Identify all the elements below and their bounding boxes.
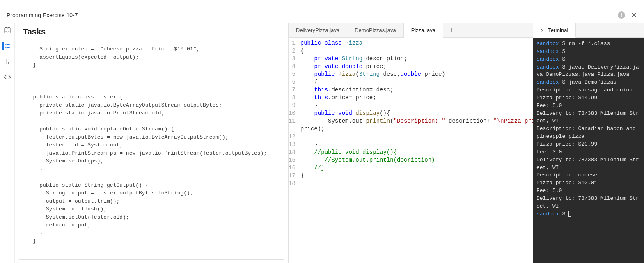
code-icon[interactable] (3, 73, 11, 81)
left-sidebar (0, 23, 15, 263)
book-icon[interactable] (3, 26, 11, 34)
main: Tasks String expected = "cheese pizza Pr… (0, 23, 644, 263)
code-content[interactable]: public class Pizza{ private String descr… (299, 38, 533, 263)
svg-point-3 (6, 44, 6, 45)
editor-panel: DeliveryPizza.javaDemoPizzas.javaPizza.j… (288, 23, 533, 263)
close-icon[interactable]: ✕ (630, 11, 637, 19)
tasks-heading: Tasks (15, 23, 288, 40)
tasks-panel: Tasks String expected = "cheese pizza Pr… (15, 23, 288, 263)
svg-point-4 (6, 46, 6, 46)
gutter: 123456789101112131415161718 (289, 38, 299, 263)
page-title: Programming Exercise 10-7 (7, 12, 78, 18)
editor-tab[interactable]: DeliveryPizza.java (289, 23, 347, 37)
chart-icon[interactable] (3, 57, 11, 66)
terminal-tab[interactable]: >_ Terminal (533, 23, 576, 38)
editor-add-tab[interactable]: + (443, 23, 460, 37)
terminal-tabs: >_ Terminal + (533, 23, 644, 38)
editor-tabs: DeliveryPizza.javaDemoPizzas.javaPizza.j… (289, 23, 533, 38)
code-area[interactable]: 123456789101112131415161718 public class… (289, 38, 533, 263)
terminal-body[interactable]: sandbox $ rm -f *.classsandbox $ sandbox… (533, 38, 644, 263)
info-icon[interactable]: i (618, 11, 625, 19)
tasks-body[interactable]: String expected = "cheese pizza Price: $… (19, 40, 284, 260)
terminal-add-tab[interactable]: + (576, 23, 592, 37)
topbar (0, 0, 644, 7)
breadcrumb-row: Programming Exercise 10-7 i ✕ (0, 7, 644, 23)
editor-tab[interactable]: Pizza.java (404, 23, 443, 38)
terminal-panel: >_ Terminal + sandbox $ rm -f *.classsan… (533, 23, 644, 263)
list-icon[interactable] (2, 42, 11, 50)
svg-point-5 (6, 47, 6, 48)
editor-tab[interactable]: DemoPizzas.java (347, 23, 403, 37)
